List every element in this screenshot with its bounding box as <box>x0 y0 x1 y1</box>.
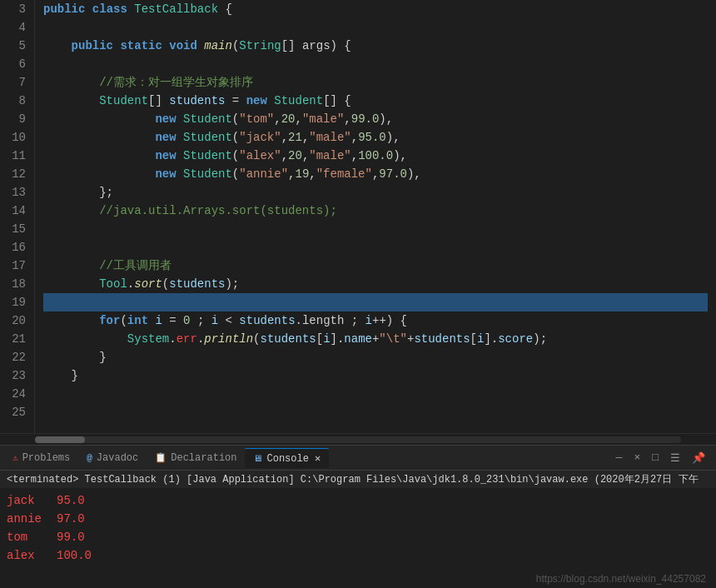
menu-button[interactable]: ☰ <box>667 450 684 466</box>
scrollbar-area[interactable] <box>0 433 716 445</box>
code-line: public static void main(String[] args) { <box>43 37 708 55</box>
tab-label: Declaration <box>171 452 236 464</box>
console-line: jack95.0 <box>7 491 709 510</box>
console-name: jack <box>7 491 57 510</box>
code-line: System.err.println(students[i].name+"\t"… <box>43 330 708 348</box>
tabs-panel: ⚠Problems@ Javadoc📋Declaration🖥Console ✕… <box>0 445 716 470</box>
line-number: 5 <box>8 37 26 55</box>
code-line <box>43 293 708 311</box>
line-number: 22 <box>8 348 26 366</box>
line-number: 12 <box>8 165 26 183</box>
line-number: 20 <box>8 311 26 330</box>
line-number: 16 <box>8 238 26 257</box>
console-value: 100.0 <box>57 546 92 565</box>
code-line <box>43 18 708 37</box>
code-line: public class TestCallback { <box>43 0 708 18</box>
line-number: 19 <box>8 293 26 311</box>
declaration-icon: 📋 <box>155 452 167 463</box>
code-line: //需求：对一组学生对象排序 <box>43 73 708 92</box>
minimize-button[interactable]: — <box>613 450 626 466</box>
code-line: }; <box>43 183 708 202</box>
line-number: 10 <box>8 128 26 147</box>
console-value: 95.0 <box>57 491 85 510</box>
line-number: 14 <box>8 202 26 220</box>
console-value: 97.0 <box>57 510 85 528</box>
javadoc-icon: @ <box>87 453 92 463</box>
code-line: } <box>43 348 708 366</box>
maximize-button[interactable]: □ <box>649 450 662 466</box>
code-line: //java.util.Arrays.sort(students); <box>43 202 708 220</box>
code-line <box>43 238 708 257</box>
tab-declaration[interactable]: 📋Declaration <box>147 449 245 467</box>
editor-area: 345678910111213141516171819202122232425 … <box>0 0 716 433</box>
pin-button[interactable]: 📌 <box>689 450 709 466</box>
tab-actions: — × □ ☰ 📌 <box>613 450 712 466</box>
console-status: <terminated> TestCallback (1) [Java Appl… <box>0 470 716 488</box>
line-number: 7 <box>8 73 26 92</box>
line-number: 6 <box>8 55 26 73</box>
console-line: annie97.0 <box>7 510 709 528</box>
code-line: new Student("tom",20,"male",99.0), <box>43 110 708 128</box>
line-number: 15 <box>8 220 26 238</box>
code-line: //工具调用者 <box>43 257 708 275</box>
line-number: 18 <box>8 275 26 293</box>
line-number: 9 <box>8 110 26 128</box>
console-name: annie <box>7 510 57 528</box>
watermark: https://blog.csdn.net/weixin_44257082 <box>536 573 706 585</box>
tab-label: Console ✕ <box>266 452 321 465</box>
code-line: Student[] students = new Student[] { <box>43 92 708 110</box>
code-line: } <box>43 366 708 385</box>
console-value: 99.0 <box>57 528 85 546</box>
line-number: 11 <box>8 147 26 165</box>
code-line: new Student("jack",21,"male",95.0), <box>43 128 708 147</box>
line-number: 13 <box>8 183 26 202</box>
code-line <box>43 385 708 403</box>
line-number: 21 <box>8 330 26 348</box>
line-numbers: 345678910111213141516171819202122232425 <box>0 0 35 433</box>
tab-console[interactable]: 🖥Console ✕ <box>245 448 329 468</box>
close-button[interactable]: × <box>630 450 644 466</box>
console-name: tom <box>7 528 57 546</box>
bottom-section: ⚠Problems@ Javadoc📋Declaration🖥Console ✕… <box>0 445 716 588</box>
problems-icon: ⚠ <box>12 452 18 463</box>
code-line: Tool.sort(students); <box>43 275 708 293</box>
line-number: 3 <box>8 0 26 18</box>
console-line: alex100.0 <box>7 546 709 565</box>
code-line: new Student("alex",20,"male",100.0), <box>43 147 708 165</box>
console-name: alex <box>7 546 57 565</box>
line-number: 25 <box>8 403 26 421</box>
line-number: 24 <box>8 385 26 403</box>
line-number: 23 <box>8 366 26 385</box>
tab-label: Problems <box>22 452 71 464</box>
code-line <box>43 220 708 238</box>
code-line <box>43 403 708 421</box>
console-icon: 🖥 <box>253 453 262 464</box>
tab-problems[interactable]: ⚠Problems <box>4 449 78 467</box>
code-line: for(int i = 0 ; i < students.length ; i+… <box>43 311 708 330</box>
line-number: 4 <box>8 18 26 37</box>
console-line: tom99.0 <box>7 528 709 546</box>
code-line: new Student("annie",19,"female",97.0), <box>43 165 708 183</box>
tab-label: Javadoc <box>97 452 138 464</box>
code-line <box>43 55 708 73</box>
code-content[interactable]: public class TestCallback { public stati… <box>35 0 716 433</box>
tab-javadoc[interactable]: @ Javadoc <box>78 449 147 467</box>
line-number: 8 <box>8 92 26 110</box>
line-number: 17 <box>8 257 26 275</box>
